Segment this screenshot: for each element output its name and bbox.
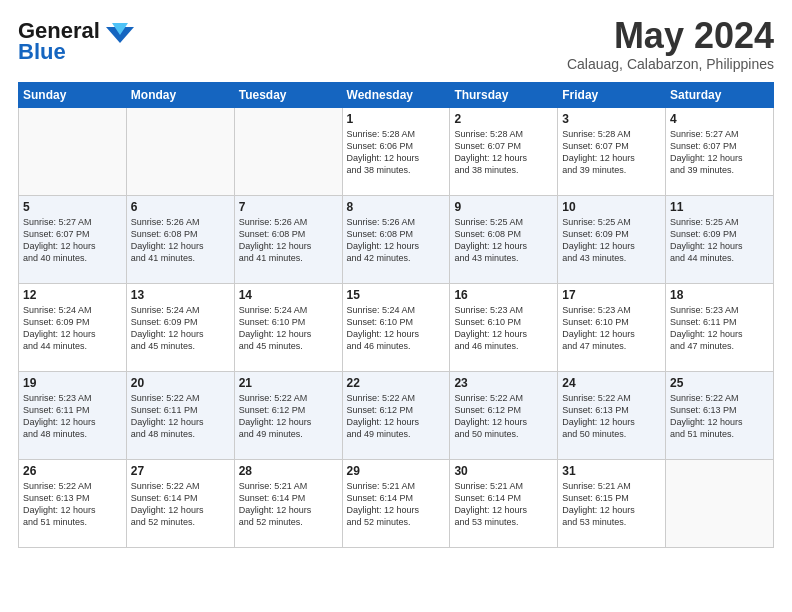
location-title: Calauag, Calabarzon, Philippines	[567, 56, 774, 72]
day-number: 28	[239, 464, 338, 478]
month-title: May 2024	[567, 18, 774, 54]
day-number: 16	[454, 288, 553, 302]
calendar: Sunday Monday Tuesday Wednesday Thursday…	[18, 82, 774, 548]
calendar-cell: 20Sunrise: 5:22 AMSunset: 6:11 PMDayligh…	[126, 372, 234, 460]
calendar-cell: 30Sunrise: 5:21 AMSunset: 6:14 PMDayligh…	[450, 460, 558, 548]
cell-info: Sunrise: 5:24 AMSunset: 6:10 PMDaylight:…	[347, 304, 446, 353]
cell-info: Sunrise: 5:21 AMSunset: 6:14 PMDaylight:…	[239, 480, 338, 529]
calendar-cell: 28Sunrise: 5:21 AMSunset: 6:14 PMDayligh…	[234, 460, 342, 548]
cell-info: Sunrise: 5:26 AMSunset: 6:08 PMDaylight:…	[239, 216, 338, 265]
day-number: 20	[131, 376, 230, 390]
calendar-week-row: 26Sunrise: 5:22 AMSunset: 6:13 PMDayligh…	[19, 460, 774, 548]
calendar-cell	[126, 108, 234, 196]
col-thursday: Thursday	[450, 83, 558, 108]
cell-info: Sunrise: 5:22 AMSunset: 6:13 PMDaylight:…	[562, 392, 661, 441]
day-number: 14	[239, 288, 338, 302]
calendar-week-row: 12Sunrise: 5:24 AMSunset: 6:09 PMDayligh…	[19, 284, 774, 372]
cell-info: Sunrise: 5:28 AMSunset: 6:07 PMDaylight:…	[562, 128, 661, 177]
calendar-cell: 18Sunrise: 5:23 AMSunset: 6:11 PMDayligh…	[666, 284, 774, 372]
cell-info: Sunrise: 5:22 AMSunset: 6:14 PMDaylight:…	[131, 480, 230, 529]
header: General Blue May 2024 Calauag, Calabarzo…	[18, 18, 774, 72]
day-number: 22	[347, 376, 446, 390]
day-number: 25	[670, 376, 769, 390]
calendar-cell: 11Sunrise: 5:25 AMSunset: 6:09 PMDayligh…	[666, 196, 774, 284]
calendar-cell: 31Sunrise: 5:21 AMSunset: 6:15 PMDayligh…	[558, 460, 666, 548]
day-number: 19	[23, 376, 122, 390]
calendar-cell: 14Sunrise: 5:24 AMSunset: 6:10 PMDayligh…	[234, 284, 342, 372]
cell-info: Sunrise: 5:27 AMSunset: 6:07 PMDaylight:…	[23, 216, 122, 265]
calendar-cell: 9Sunrise: 5:25 AMSunset: 6:08 PMDaylight…	[450, 196, 558, 284]
cell-info: Sunrise: 5:28 AMSunset: 6:07 PMDaylight:…	[454, 128, 553, 177]
day-number: 2	[454, 112, 553, 126]
day-number: 10	[562, 200, 661, 214]
day-number: 1	[347, 112, 446, 126]
day-number: 24	[562, 376, 661, 390]
day-number: 7	[239, 200, 338, 214]
col-sunday: Sunday	[19, 83, 127, 108]
calendar-cell: 15Sunrise: 5:24 AMSunset: 6:10 PMDayligh…	[342, 284, 450, 372]
day-number: 23	[454, 376, 553, 390]
calendar-week-row: 1Sunrise: 5:28 AMSunset: 6:06 PMDaylight…	[19, 108, 774, 196]
cell-info: Sunrise: 5:22 AMSunset: 6:12 PMDaylight:…	[454, 392, 553, 441]
calendar-cell: 22Sunrise: 5:22 AMSunset: 6:12 PMDayligh…	[342, 372, 450, 460]
cell-info: Sunrise: 5:22 AMSunset: 6:12 PMDaylight:…	[347, 392, 446, 441]
cell-info: Sunrise: 5:24 AMSunset: 6:10 PMDaylight:…	[239, 304, 338, 353]
cell-info: Sunrise: 5:26 AMSunset: 6:08 PMDaylight:…	[347, 216, 446, 265]
cell-info: Sunrise: 5:22 AMSunset: 6:12 PMDaylight:…	[239, 392, 338, 441]
col-friday: Friday	[558, 83, 666, 108]
calendar-header-row: Sunday Monday Tuesday Wednesday Thursday…	[19, 83, 774, 108]
day-number: 13	[131, 288, 230, 302]
cell-info: Sunrise: 5:28 AMSunset: 6:06 PMDaylight:…	[347, 128, 446, 177]
day-number: 18	[670, 288, 769, 302]
calendar-cell: 16Sunrise: 5:23 AMSunset: 6:10 PMDayligh…	[450, 284, 558, 372]
cell-info: Sunrise: 5:22 AMSunset: 6:11 PMDaylight:…	[131, 392, 230, 441]
cell-info: Sunrise: 5:23 AMSunset: 6:10 PMDaylight:…	[562, 304, 661, 353]
page: General Blue May 2024 Calauag, Calabarzo…	[0, 0, 792, 612]
calendar-cell: 13Sunrise: 5:24 AMSunset: 6:09 PMDayligh…	[126, 284, 234, 372]
calendar-week-row: 19Sunrise: 5:23 AMSunset: 6:11 PMDayligh…	[19, 372, 774, 460]
calendar-cell	[19, 108, 127, 196]
cell-info: Sunrise: 5:24 AMSunset: 6:09 PMDaylight:…	[23, 304, 122, 353]
day-number: 5	[23, 200, 122, 214]
col-tuesday: Tuesday	[234, 83, 342, 108]
calendar-cell: 21Sunrise: 5:22 AMSunset: 6:12 PMDayligh…	[234, 372, 342, 460]
cell-info: Sunrise: 5:25 AMSunset: 6:09 PMDaylight:…	[562, 216, 661, 265]
logo-icon	[106, 23, 134, 45]
day-number: 8	[347, 200, 446, 214]
day-number: 17	[562, 288, 661, 302]
cell-info: Sunrise: 5:23 AMSunset: 6:10 PMDaylight:…	[454, 304, 553, 353]
calendar-cell: 12Sunrise: 5:24 AMSunset: 6:09 PMDayligh…	[19, 284, 127, 372]
calendar-cell: 5Sunrise: 5:27 AMSunset: 6:07 PMDaylight…	[19, 196, 127, 284]
calendar-cell: 7Sunrise: 5:26 AMSunset: 6:08 PMDaylight…	[234, 196, 342, 284]
cell-info: Sunrise: 5:25 AMSunset: 6:09 PMDaylight:…	[670, 216, 769, 265]
calendar-cell: 1Sunrise: 5:28 AMSunset: 6:06 PMDaylight…	[342, 108, 450, 196]
cell-info: Sunrise: 5:21 AMSunset: 6:15 PMDaylight:…	[562, 480, 661, 529]
calendar-cell: 17Sunrise: 5:23 AMSunset: 6:10 PMDayligh…	[558, 284, 666, 372]
cell-info: Sunrise: 5:21 AMSunset: 6:14 PMDaylight:…	[347, 480, 446, 529]
day-number: 21	[239, 376, 338, 390]
calendar-cell: 10Sunrise: 5:25 AMSunset: 6:09 PMDayligh…	[558, 196, 666, 284]
calendar-cell: 27Sunrise: 5:22 AMSunset: 6:14 PMDayligh…	[126, 460, 234, 548]
calendar-cell: 2Sunrise: 5:28 AMSunset: 6:07 PMDaylight…	[450, 108, 558, 196]
calendar-cell: 24Sunrise: 5:22 AMSunset: 6:13 PMDayligh…	[558, 372, 666, 460]
col-saturday: Saturday	[666, 83, 774, 108]
day-number: 3	[562, 112, 661, 126]
cell-info: Sunrise: 5:22 AMSunset: 6:13 PMDaylight:…	[23, 480, 122, 529]
day-number: 27	[131, 464, 230, 478]
calendar-week-row: 5Sunrise: 5:27 AMSunset: 6:07 PMDaylight…	[19, 196, 774, 284]
cell-info: Sunrise: 5:27 AMSunset: 6:07 PMDaylight:…	[670, 128, 769, 177]
title-block: May 2024 Calauag, Calabarzon, Philippine…	[567, 18, 774, 72]
col-monday: Monday	[126, 83, 234, 108]
day-number: 4	[670, 112, 769, 126]
cell-info: Sunrise: 5:24 AMSunset: 6:09 PMDaylight:…	[131, 304, 230, 353]
logo: General Blue	[18, 18, 134, 63]
calendar-cell: 26Sunrise: 5:22 AMSunset: 6:13 PMDayligh…	[19, 460, 127, 548]
logo-general: General	[18, 18, 100, 43]
calendar-cell: 29Sunrise: 5:21 AMSunset: 6:14 PMDayligh…	[342, 460, 450, 548]
calendar-cell: 3Sunrise: 5:28 AMSunset: 6:07 PMDaylight…	[558, 108, 666, 196]
cell-info: Sunrise: 5:22 AMSunset: 6:13 PMDaylight:…	[670, 392, 769, 441]
col-wednesday: Wednesday	[342, 83, 450, 108]
day-number: 11	[670, 200, 769, 214]
calendar-cell: 19Sunrise: 5:23 AMSunset: 6:11 PMDayligh…	[19, 372, 127, 460]
calendar-cell: 4Sunrise: 5:27 AMSunset: 6:07 PMDaylight…	[666, 108, 774, 196]
